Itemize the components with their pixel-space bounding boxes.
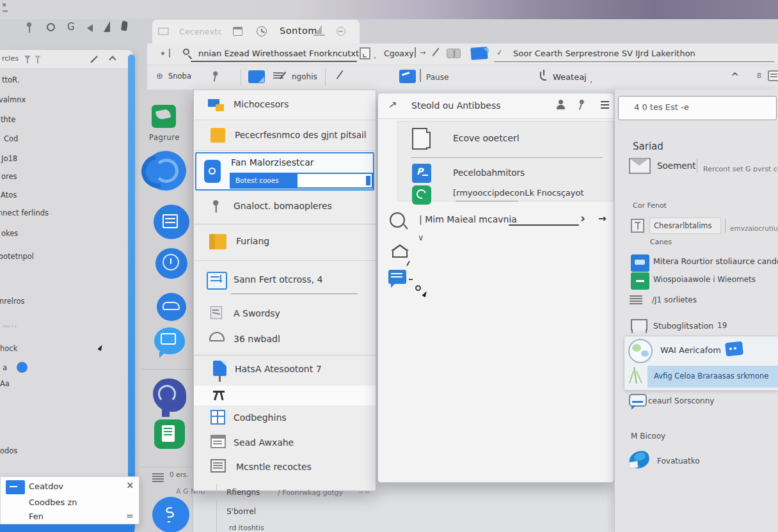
stub-row[interactable]: Stuboglitsation 19 [615, 317, 778, 335]
context-item-coodbes[interactable]: Coodbes zn [1, 495, 139, 510]
right-search-box[interactable]: 4 0 tes Est -e [618, 96, 777, 120]
ring-icon[interactable] [47, 23, 55, 31]
pen2-icon[interactable] [337, 70, 344, 79]
inline-edit-field[interactable]: Botest cooes [230, 173, 373, 189]
filter2-icon[interactable] [35, 56, 41, 59]
collapse-caret-icon[interactable]: ^ [731, 70, 739, 82]
menu-item-preferences[interactable]: Pececrfesnmco des gjnt pitsail [194, 121, 376, 151]
clock-app-icon[interactable] [155, 248, 187, 279]
pencil-icon[interactable] [90, 56, 98, 63]
house-icon[interactable] [391, 244, 410, 258]
soement-row[interactable]: Soement Rercont set G pvrst cmu [615, 157, 778, 177]
sidebar-item[interactable]: Atos [1, 191, 17, 199]
hamburger-icon[interactable] [601, 100, 610, 109]
small-arrow-icon[interactable]: → [420, 49, 425, 57]
sidebar-item[interactable]: valmnx [0, 95, 26, 104]
pen-icon[interactable] [433, 48, 440, 56]
snoba-label[interactable]: Snoba [168, 72, 191, 81]
share-arrow-icon[interactable]: ↗ [388, 98, 398, 111]
flag-tool-icon[interactable] [248, 70, 265, 83]
menubar-app-label[interactable]: Sontom [280, 26, 317, 36]
sidebar-item[interactable]: thte [1, 115, 15, 124]
blob-app-icon[interactable] [153, 379, 186, 412]
sidebar-item[interactable]: Aa [0, 379, 10, 388]
sidebar-item[interactable]: Jo18 [1, 154, 17, 163]
copy-label[interactable]: Cgoaxy [384, 49, 414, 58]
book-icon[interactable] [447, 49, 461, 58]
goto-arrow-icon[interactable]: → [598, 213, 607, 224]
chat-app-icon[interactable] [154, 327, 185, 354]
sidebar-item[interactable]: Cod [4, 134, 18, 143]
g-icon[interactable]: G [67, 21, 75, 33]
chesr-row[interactable]: Chesrarlbtalims emyzaiocrutiux lea [615, 217, 778, 237]
menu-item-codbeghins[interactable]: Codbeghins [194, 407, 376, 431]
sorlietes-row[interactable]: /J1 sorlietes [615, 293, 778, 309]
sidebar-item[interactable]: nnect ferlinds [0, 208, 49, 217]
s-app-icon[interactable]: S [152, 497, 189, 532]
sidebar-item[interactable]: ores [1, 172, 17, 181]
search-pen-icon[interactable] [183, 49, 189, 55]
swirl-app-icon[interactable] [145, 151, 186, 191]
menu-item-hatsa[interactable]: HatsA Atesootont 7 [194, 357, 376, 384]
wal-card[interactable]: WAI Aericafom Avfig Celoa Braraasas srkm… [624, 336, 778, 391]
sail-icon[interactable] [104, 21, 110, 32]
scrollbar-thumb[interactable] [128, 54, 135, 532]
expand-icon[interactable] [109, 56, 116, 63]
person-icon[interactable] [556, 100, 566, 111]
menu-item-gnaloct[interactable]: Gnaloct. bomaopleres [194, 192, 376, 223]
menu-item-michocesors[interactable]: Michocesors [194, 90, 376, 120]
sidebar-item[interactable]: nrelros [0, 297, 25, 306]
fovatuatko-row[interactable]: Fovatuatko [615, 449, 778, 474]
sidebar-item[interactable]: ootetnpol [0, 252, 34, 261]
sidebar-item[interactable]: okes [1, 229, 18, 238]
menu-item-sannfert[interactable]: Sann Fert otcross, 4 [194, 264, 376, 300]
menu-item-selected[interactable]: Fan Malorzisestcar Botest cooes [195, 152, 374, 191]
card-item3-label[interactable]: [rmyooccipdeconLk Fnocsçayot [453, 188, 584, 198]
menu-item-sead[interactable]: Sead Awxahe [194, 432, 376, 455]
filter-icon[interactable] [24, 56, 31, 59]
avfig-row[interactable]: Avfig Celoa Braraasas srkmone [647, 366, 778, 387]
pause-label[interactable]: Pause [426, 73, 449, 82]
sidebar-item[interactable]: hock [0, 344, 17, 353]
menu-item-mcsntle[interactable]: Mcsntle recoctes [194, 456, 376, 480]
sidebar-item[interactable]: odos [0, 446, 17, 455]
layout-box-icon[interactable] [360, 47, 370, 59]
retangs-label[interactable]: Rfiengns [226, 488, 260, 497]
dollar-icon[interactable]: 8 [757, 72, 761, 80]
menu-item-swordsy[interactable]: A Swordsy [194, 302, 376, 327]
doc-app-icon[interactable] [154, 205, 189, 239]
menu-item-blank[interactable] [194, 386, 376, 405]
expand-chevron-icon[interactable]: › [580, 211, 585, 225]
ceaurl-row[interactable]: ceaurl Sorsconny [615, 393, 778, 411]
chat-blue-icon[interactable] [388, 270, 406, 284]
equals-icon[interactable]: = [126, 511, 134, 521]
flask-icon[interactable] [121, 20, 128, 31]
card-item1-label[interactable]: Ecove ooetcerl [453, 133, 520, 143]
menu-item-furiang[interactable]: Furiang [194, 225, 376, 261]
mail-row[interactable]: | Mim Maieal mcavnia › → [378, 210, 614, 231]
rcherts-label[interactable]: rd itoshtis [229, 524, 264, 532]
menubar-faint-label[interactable]: Cecenevtc [179, 27, 223, 36]
shorel-label[interactable]: S'borrel [226, 507, 256, 516]
blue-flag-icon[interactable] [470, 47, 488, 60]
ngohis-label[interactable]: ngohis [292, 72, 317, 81]
card-item2-label[interactable]: Pecelobahmitors [453, 168, 525, 178]
sidebar-item[interactable]: ttoR. [2, 75, 19, 84]
context-item-ceatdov[interactable]: Ceatdov × [1, 480, 139, 495]
menu-item-nwbadl[interactable]: 36 nwbadl [194, 328, 376, 352]
back-arrow-icon[interactable] [87, 24, 93, 32]
sidebar-item[interactable]: a [3, 363, 7, 372]
flag2-tool-icon[interactable] [399, 70, 416, 83]
mitera-row[interactable]: Mitera Rourtior stoliaurce candcatc Wios… [615, 253, 778, 290]
clock-icon[interactable] [257, 26, 267, 36]
list-pen-icon[interactable] [273, 71, 284, 80]
collapse-chevron-icon[interactable]: ∨ [418, 233, 424, 242]
lines-box-icon[interactable] [768, 70, 778, 81]
weateaj-label[interactable]: Weateaj [553, 72, 587, 82]
car-app-icon[interactable] [157, 293, 186, 321]
green-doc-app-icon[interactable] [154, 419, 185, 449]
calendar-icon[interactable] [233, 27, 242, 36]
toolbar-search1-text[interactable]: nnian Ezead Wirethossaet Fnorkncutxt [198, 49, 359, 58]
context-item-fen[interactable]: Fen = [1, 510, 139, 524]
s-toggle-icon[interactable] [337, 27, 345, 36]
